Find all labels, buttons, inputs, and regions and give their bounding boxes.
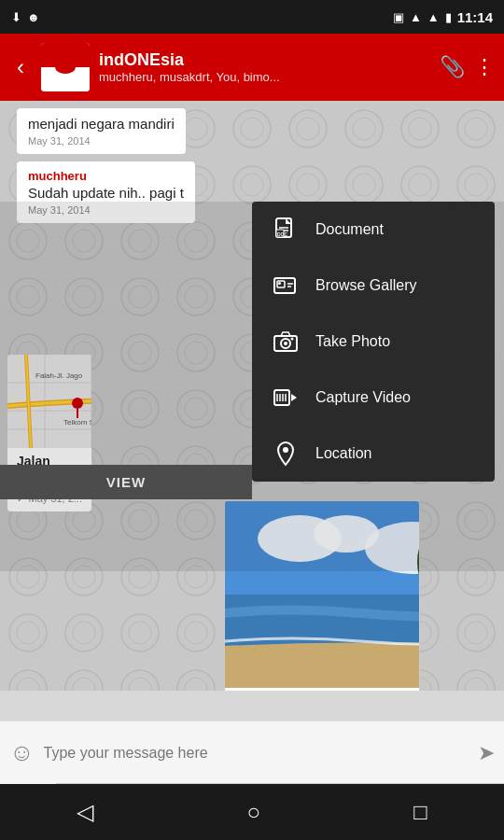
message-input[interactable] xyxy=(44,737,469,769)
home-nav-icon[interactable]: ○ xyxy=(246,799,260,825)
location-label: Location xyxy=(315,445,372,462)
emoji-button[interactable]: ☺ xyxy=(9,738,35,767)
video-icon xyxy=(271,383,301,413)
camera-icon xyxy=(271,327,301,357)
group-subtitle: muchheru, musakdrt, You, bimo... xyxy=(99,70,351,84)
photo-footer: ✓ August 27, 2014 xyxy=(225,688,419,691)
back-nav-icon[interactable]: ◁ xyxy=(77,799,93,825)
browse-gallery-label: Browse Gallery xyxy=(315,277,416,294)
svg-point-32 xyxy=(284,342,287,345)
attach-icon[interactable]: 📎 xyxy=(440,55,465,79)
back-button[interactable]: ‹ xyxy=(9,47,32,88)
status-time: 11:14 xyxy=(457,9,493,25)
battery-icon: ▮ xyxy=(445,10,452,24)
signal-icon: ▲ xyxy=(410,10,422,24)
svg-point-40 xyxy=(283,447,288,453)
take-photo-label: Take Photo xyxy=(315,333,390,350)
dropdown-item-location[interactable]: Location xyxy=(252,426,495,482)
svg-marker-35 xyxy=(291,394,297,401)
recent-nav-icon[interactable]: □ xyxy=(413,799,427,825)
location-icon xyxy=(271,439,301,469)
group-title: indONEsia xyxy=(99,50,430,70)
msg-text-1: menjadi negara mandiri xyxy=(28,116,175,132)
attachment-dropdown: DOC Document Browse Gallery xyxy=(252,202,495,482)
more-icon[interactable]: ⋮ xyxy=(474,55,495,79)
capture-video-label: Capture Video xyxy=(315,389,411,406)
input-bar: ☺ ➤ xyxy=(0,721,504,784)
dropdown-item-capture-video[interactable]: Capture Video xyxy=(252,370,495,426)
vibrate-icon: ▣ xyxy=(393,10,404,24)
status-bar: ⬇ ☻ ▣ ▲ ▲ ▮ 11:14 xyxy=(0,0,504,34)
document-label: Document xyxy=(315,221,384,238)
dropdown-item-document[interactable]: DOC Document xyxy=(252,202,495,258)
msg-sender-2: muchheru xyxy=(28,169,184,183)
send-button[interactable]: ➤ xyxy=(478,741,495,765)
dropdown-item-take-photo[interactable]: Take Photo xyxy=(252,314,495,370)
notification-icon: ⬇ xyxy=(11,10,21,24)
msg-text-2: Sudah update nih.. pagi t xyxy=(28,185,184,201)
app-bar-info: indONEsia muchheru, musakdrt, You, bimo.… xyxy=(99,50,430,84)
message-1: menjadi negara mandiri May 31, 2014 xyxy=(17,108,186,154)
gallery-icon xyxy=(271,271,301,301)
app-bar: ‹ indONEsia muchheru, musakdrt, You, bim… xyxy=(0,34,504,101)
dropdown-arrow xyxy=(450,202,476,203)
svg-point-33 xyxy=(291,338,294,341)
status-bar-right: ▣ ▲ ▲ ▮ 11:14 xyxy=(393,9,493,25)
nav-bar: ◁ ○ □ xyxy=(0,784,504,840)
svg-point-29 xyxy=(278,282,281,285)
android-icon: ☻ xyxy=(27,10,40,24)
chat-area: menjadi negara mandiri May 31, 2014 much… xyxy=(0,101,504,691)
document-icon: DOC xyxy=(271,215,301,245)
dropdown-item-browse-gallery[interactable]: Browse Gallery xyxy=(252,258,495,314)
app-bar-actions: 📎 ⋮ xyxy=(440,55,495,79)
status-bar-left: ⬇ ☻ xyxy=(11,10,40,24)
group-avatar xyxy=(41,43,90,91)
svg-rect-26 xyxy=(277,281,285,287)
wifi-icon: ▲ xyxy=(427,10,440,24)
msg-time-1: May 31, 2014 xyxy=(28,135,175,147)
svg-text:DOC: DOC xyxy=(277,231,288,237)
